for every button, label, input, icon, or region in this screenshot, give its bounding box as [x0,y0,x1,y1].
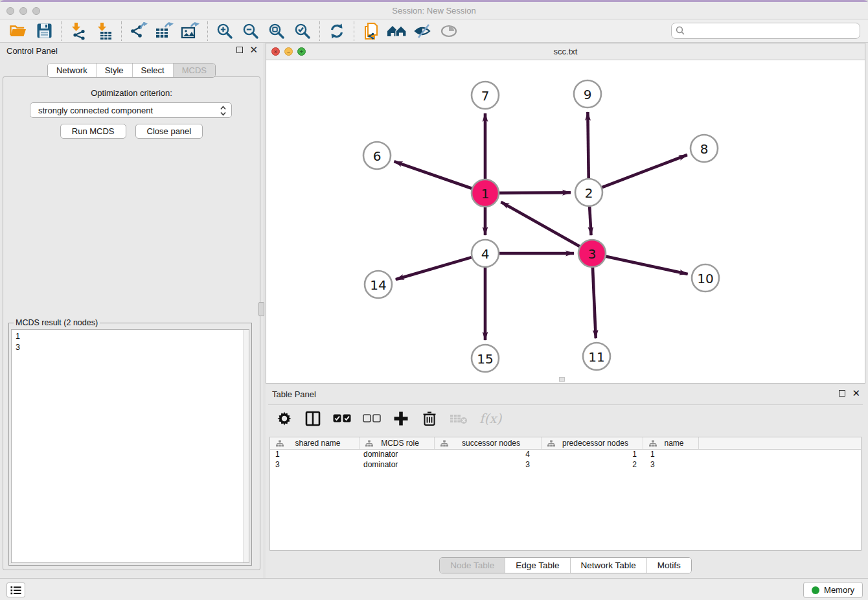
select-all-columns-icon[interactable] [333,409,351,428]
memory-button[interactable]: Memory [803,582,863,598]
cell: 1 [270,450,360,460]
tab-network-table[interactable]: Network Table [570,558,646,573]
toolbar-separator [319,21,320,41]
table-row[interactable]: 3dominator323 [270,460,861,470]
export-network-icon[interactable] [126,21,152,41]
destroy-table-icon-disabled [450,409,468,428]
task-history-button[interactable] [6,583,25,597]
run-mcds-button[interactable]: Run MCDS [60,124,126,139]
graph-edge-1-2[interactable] [499,192,571,193]
tab-motifs[interactable]: Motifs [646,558,691,573]
deselect-all-columns-icon[interactable] [363,409,381,428]
save-session-icon[interactable] [31,21,57,41]
column-header-shared-name[interactable]: shared name [270,437,360,449]
tab-style[interactable]: Style [96,63,132,77]
refresh-icon[interactable] [324,21,350,41]
settings-gear-icon[interactable] [276,409,293,428]
splitter-grip[interactable] [559,377,565,382]
result-scrollbar[interactable] [243,330,249,562]
tab-mcds[interactable]: MCDS [173,63,215,77]
float-panel-icon[interactable] [236,47,243,53]
delete-row-icon[interactable] [421,409,438,428]
mcds-panel-body: Optimization criterion: strongly connect… [3,76,260,570]
tab-network[interactable]: Network [48,63,96,77]
search-field-wrap [671,23,860,39]
panel-divider-grip[interactable] [258,302,264,316]
close-panel-button[interactable]: Close panel [135,124,203,139]
cell: 1 [643,450,699,460]
column-header-MCDS-role[interactable]: MCDS role [360,437,435,449]
import-table-icon[interactable] [91,21,117,41]
zoom-selected-icon[interactable] [290,21,315,41]
cell: dominator [360,450,435,460]
tab-select[interactable]: Select [132,63,173,77]
graph-edge-3-11[interactable] [593,268,596,338]
zoom-in-icon[interactable] [212,21,238,41]
table-row[interactable]: 1dominator411 [270,450,861,460]
cell: 4 [435,450,542,460]
search-input[interactable] [671,23,860,39]
import-network-icon[interactable] [65,21,91,41]
graph-edge-4-14[interactable] [396,257,472,279]
table-panel-title: Table Panel [272,389,316,399]
export-table-icon[interactable] [152,21,177,41]
column-header-predecessor-nodes[interactable]: predecessor nodes [542,437,643,449]
zoom-out-icon[interactable] [238,21,264,41]
cell: 1 [542,450,643,460]
eye-icon-disabled [436,21,462,41]
function-builder-icon-disabled: f(x) [479,409,501,428]
column-header-successor-nodes[interactable]: successor nodes [435,437,542,449]
optimization-criterion-select[interactable]: strongly connected component [30,102,232,118]
toolbar-separator [354,21,354,41]
toolbar-separator [61,21,62,41]
control-panel: Control Panel ✕ NetworkStyleSelectMCDS O… [0,43,263,578]
cell: 2 [542,460,643,470]
zoom-fit-icon[interactable] [264,21,290,41]
toolbar-separator [121,21,122,41]
table-toolbar: f(x) [268,404,863,432]
show-hide-panels-eye-icon[interactable] [410,21,436,41]
column-header-name[interactable]: name [643,437,699,449]
open-session-icon[interactable] [5,21,31,41]
network-title: scc.txt [266,47,865,56]
node-table: shared nameMCDS rolesuccessor nodesprede… [269,437,862,551]
graph-edge-1-6[interactable] [394,161,472,189]
graph-node-label: 4 [481,246,490,262]
mcds-result-list[interactable]: 1 3 [11,329,249,563]
mcds-result-title: MCDS result (2 nodes) [14,318,100,327]
table-tabs: Node TableEdge TableNetwork TableMotifs [266,557,865,573]
add-row-icon[interactable] [393,409,409,428]
graph-node-label: 14 [370,277,386,293]
list-icon [10,586,21,595]
export-image-icon[interactable] [177,21,203,41]
table-header-row: shared nameMCDS rolesuccessor nodesprede… [270,437,861,450]
network-view-frame: × – + scc.txt 1234678910111415 [266,43,865,384]
mcds-result-group: MCDS result (2 nodes) 1 3 [8,318,252,566]
copy-style-icon[interactable] [358,21,384,41]
graph-node-label: 10 [697,271,713,286]
close-table-panel-icon[interactable]: ✕ [852,390,860,397]
cell: 3 [435,460,542,470]
graph-node-label: 6 [373,148,382,164]
close-panel-icon[interactable]: ✕ [249,47,258,53]
graph-edge-2-8[interactable] [602,155,687,187]
graph-node-label: 9 [584,87,592,102]
window-title: Session: New Session [0,6,868,16]
graph-node-label: 2 [585,185,593,201]
graph-edge-2-9[interactable] [588,112,588,178]
memory-label: Memory [824,585,854,595]
home-icon[interactable] [384,21,410,41]
toolbar-separator [207,21,208,41]
network-title-bar[interactable]: × – + scc.txt [266,43,865,60]
split-view-icon[interactable] [304,409,321,428]
tab-node-table[interactable]: Node Table [440,558,505,573]
graph-edge-2-3[interactable] [589,207,591,235]
network-canvas[interactable]: 1234678910111415 [266,60,865,383]
graph-edge-3-10[interactable] [606,257,687,274]
main-toolbar [0,19,868,43]
float-table-panel-icon[interactable] [839,390,845,397]
tab-edge-table[interactable]: Edge Table [505,558,569,573]
title-bar: Session: New Session [0,2,868,19]
memory-status-icon [812,586,819,594]
graph-edge-3-1[interactable] [501,202,579,246]
